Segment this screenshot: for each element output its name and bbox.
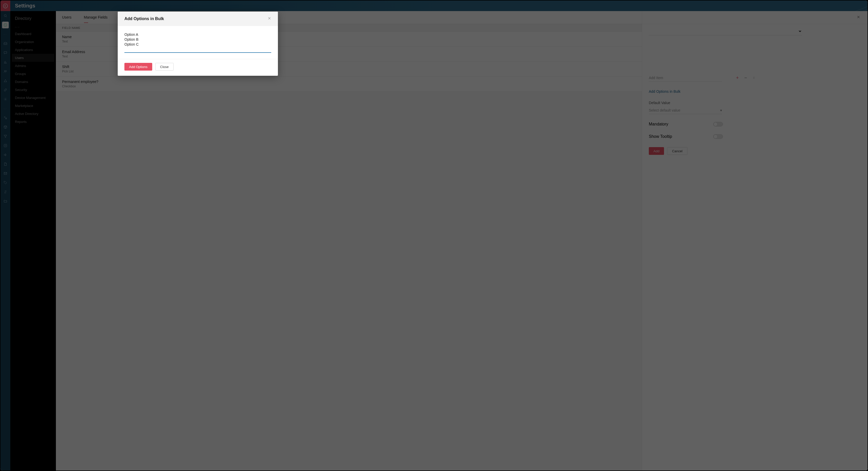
bulk-options-modal: Add Options in Bulk Add Options Close xyxy=(118,11,278,76)
add-options-button[interactable]: Add Options xyxy=(124,63,152,70)
bulk-options-textarea[interactable] xyxy=(124,32,271,53)
modal-title: Add Options in Bulk xyxy=(124,17,164,21)
close-icon[interactable] xyxy=(268,17,271,21)
close-button[interactable]: Close xyxy=(155,63,174,70)
